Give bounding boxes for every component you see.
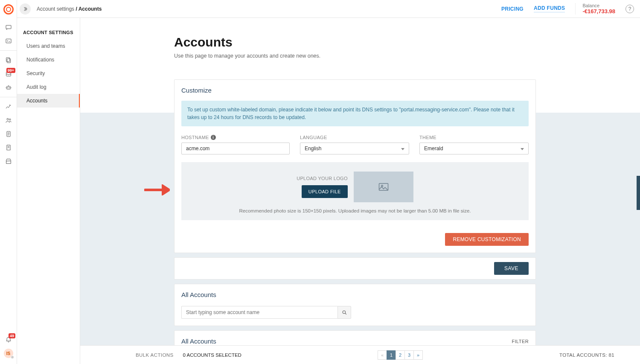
pricing-link[interactable]: PRICING [501,6,524,12]
page-subtitle: Use this page to manage your accounts an… [174,53,536,59]
svg-point-7 [9,87,9,88]
hostname-label: HOSTNAMEi [181,135,290,140]
rail-inbox-icon[interactable]: 99+ [0,67,17,81]
filter-button[interactable]: FILTER [512,339,529,344]
rail-store-icon[interactable] [0,154,17,168]
content: Accounts Use this page to manage your ac… [80,18,640,364]
sidebar-title: ACCOUNT SETTINGS [17,27,80,39]
collapse-toggle[interactable] [20,3,31,15]
breadcrumb-parent[interactable]: Account settings [37,6,74,12]
page-next[interactable]: » [413,350,423,360]
pagination: « 1 2 3 » [378,350,423,360]
bottom-bar: BULK ACTIONS 0 ACCOUNTS SELECTED « 1 2 3… [80,345,640,364]
sidebar-item-users[interactable]: Users and teams [17,39,80,53]
breadcrumb: Account settings / Accounts [37,6,102,12]
topbar: Account settings / Accounts PRICING ADD … [17,0,640,18]
customize-header: Customize [175,80,535,97]
language-label: LANGUAGE [300,135,409,140]
sidebar-item-security[interactable]: Security [17,67,80,80]
svg-rect-0 [6,25,11,29]
user-avatar[interactable]: IS [4,349,13,358]
all-accounts-header-2: All Accounts [181,338,216,345]
svg-point-9 [9,119,11,120]
page-1[interactable]: 1 [387,350,396,360]
svg-point-8 [7,118,9,120]
balance-value: -€167,733.98 [582,8,615,15]
svg-rect-5 [6,86,10,89]
balance-label: Balance [582,3,615,8]
rail-doc-icon[interactable] [0,127,17,141]
upload-hint: Recommended photo size is 150×150 pixels… [188,208,522,213]
help-icon[interactable]: ? [625,5,634,13]
total-accounts: TOTAL ACCOUNTS: 81 [559,352,614,358]
badge: 99+ [6,68,15,73]
svg-point-13 [343,311,346,314]
svg-rect-3 [6,58,10,61]
bulk-actions-button[interactable]: BULK ACTIONS [136,352,174,358]
sidebar-item-audit-log[interactable]: Audit log [17,80,80,94]
svg-rect-1 [6,39,11,43]
info-icon[interactable]: i [211,135,216,140]
upload-file-button[interactable]: UPLOAD FILE [302,185,348,198]
save-bar: SAVE [174,257,536,280]
logo-icon[interactable] [3,4,14,15]
theme-select[interactable]: Emerald [419,143,529,154]
info-box: To set up custom white-labeled domain, p… [181,101,529,126]
remove-customization-button[interactable]: REMOVE CUSTOMIZATION [445,233,529,246]
rail-copy-icon[interactable] [0,53,17,67]
theme-label: THEME [419,135,529,140]
account-search-input[interactable] [181,306,337,319]
annotation-arrow-icon [144,184,170,195]
rail-robot-icon[interactable] [0,81,17,94]
save-button[interactable]: SAVE [494,262,529,275]
customize-panel: Customize To set up custom white-labeled… [174,79,536,253]
rail-terminal-icon[interactable] [0,34,17,48]
rail-chart-icon[interactable] [0,100,17,114]
page-title: Accounts [174,35,536,50]
search-button[interactable] [337,306,351,319]
rail-receipt-icon[interactable] [0,141,17,154]
add-funds-link[interactable]: ADD FUNDS [534,5,565,12]
scrollbar-thumb[interactable] [637,176,640,210]
selected-count: 0 ACCOUNTS SELECTED [183,352,241,358]
balance: Balance -€167,733.98 [575,3,615,15]
language-select[interactable]: English [300,143,409,154]
image-icon [378,181,390,193]
sidebar-item-accounts[interactable]: Accounts [17,94,80,108]
rail-messages-icon[interactable] [0,20,17,34]
search-icon [342,310,347,315]
rail-bell-icon[interactable]: 49 [0,332,17,346]
page-prev: « [378,350,387,360]
bell-badge: 49 [9,333,15,338]
upload-area: UPLOAD YOUR LOGO UPLOAD FILE Recommended… [181,162,529,220]
page-2[interactable]: 2 [396,350,405,360]
svg-rect-2 [7,59,11,63]
rail-users-icon[interactable] [0,114,17,127]
upload-label: UPLOAD YOUR LOGO [297,176,348,181]
settings-sidebar: ACCOUNT SETTINGS Users and teams Notific… [17,18,80,364]
all-accounts-header-1: All Accounts [175,284,535,302]
breadcrumb-current: Accounts [79,6,102,12]
icon-rail: 99+ 49 IS [0,0,17,364]
svg-point-6 [7,87,8,88]
page-3[interactable]: 3 [404,350,414,360]
sidebar-item-notifications[interactable]: Notifications [17,53,80,67]
hostname-input[interactable] [181,143,290,154]
all-accounts-search-panel: All Accounts [174,284,536,326]
logo-placeholder [354,172,413,202]
